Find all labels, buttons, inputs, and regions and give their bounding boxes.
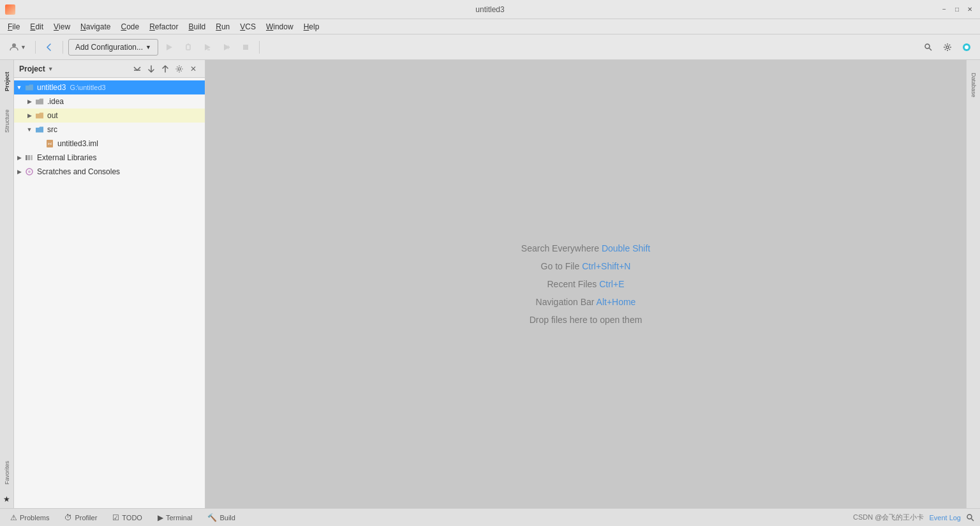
svg-rect-7 xyxy=(243,45,248,50)
tree-item-iml[interactable]: ▶ iml untitled3.iml xyxy=(14,137,205,151)
out-arrow-icon: ▶ xyxy=(24,110,34,121)
hint-goto-shortcut: Ctrl+Shift+N xyxy=(582,261,630,271)
coverage-button[interactable] xyxy=(199,39,216,56)
svg-marker-6 xyxy=(224,44,230,50)
search-status-icon[interactable] xyxy=(966,513,975,522)
status-bar-right: CSDN @会飞的王小卡 Event Log xyxy=(853,513,975,522)
menu-run[interactable]: Run xyxy=(211,20,235,34)
svg-marker-1 xyxy=(167,44,172,50)
hint-nav-shortcut: Alt+Home xyxy=(597,297,636,307)
tree-item-src[interactable]: ▼ src xyxy=(14,123,205,137)
svg-line-23 xyxy=(972,518,974,521)
svg-point-10 xyxy=(946,46,949,49)
project-panel-title: Project ▼ xyxy=(19,64,54,73)
scroll-from-source-icon xyxy=(147,64,156,73)
stop-button[interactable] xyxy=(237,39,254,56)
right-side-tabs: Database xyxy=(966,60,980,508)
event-log-link[interactable]: Event Log xyxy=(929,514,961,522)
profile-button[interactable]: ▼ xyxy=(5,39,30,56)
structure-side-tab[interactable]: Structure xyxy=(1,102,13,140)
scroll-from-source-button[interactable] xyxy=(145,63,158,75)
run-button[interactable] xyxy=(161,39,177,56)
favorites-star-icon[interactable]: ★ xyxy=(1,493,13,506)
notifications-button[interactable] xyxy=(958,39,975,56)
menu-edit[interactable]: Edit xyxy=(25,20,48,34)
scratches-icon xyxy=(24,167,34,177)
extlibs-icon xyxy=(24,153,34,163)
menu-build[interactable]: Build xyxy=(184,20,211,34)
minimize-button[interactable]: − xyxy=(939,4,949,15)
status-tab-terminal[interactable]: ▶ Terminal xyxy=(152,511,198,525)
svg-line-9 xyxy=(930,48,932,50)
svg-point-3 xyxy=(188,43,189,45)
tree-item-scratches[interactable]: ▶ Scratches and Consoles xyxy=(14,165,205,179)
extlibs-arrow-icon: ▶ xyxy=(14,153,24,163)
hint-recent-files: Recent Files Ctrl+E xyxy=(547,279,625,289)
status-bar: ⚠ Problems ⏱ Profiler ☑ TODO ▶ Terminal … xyxy=(0,508,980,526)
status-tab-todo[interactable]: ☑ TODO xyxy=(107,511,147,525)
title-bar-left xyxy=(5,4,15,15)
menu-navigate[interactable]: Navigate xyxy=(75,20,115,34)
database-side-tab[interactable]: Database xyxy=(967,63,980,107)
svg-point-0 xyxy=(12,43,16,47)
build-label: Build xyxy=(219,514,235,522)
hint-drop-files: Drop files here to open them xyxy=(530,315,642,325)
menu-vcs[interactable]: VCS xyxy=(235,20,261,34)
favorites-side-tab[interactable]: Favorites xyxy=(1,453,13,492)
menu-refactor[interactable]: Refactor xyxy=(144,20,183,34)
svg-rect-19 xyxy=(31,155,33,160)
close-button[interactable]: ✕ xyxy=(965,4,975,15)
iml-file-icon: iml xyxy=(45,139,55,149)
debug-button[interactable] xyxy=(180,39,197,56)
menu-view[interactable]: View xyxy=(48,20,75,34)
project-side-tab[interactable]: Project xyxy=(1,63,13,101)
tree-item-root[interactable]: ▼ untitled3 G:\untitled3 xyxy=(14,80,205,94)
tree-item-external-libs[interactable]: ▶ External Libraries xyxy=(14,151,205,165)
terminal-label: Terminal xyxy=(166,514,193,522)
status-tab-build[interactable]: 🔨 Build xyxy=(202,511,240,525)
project-settings-button[interactable] xyxy=(173,63,186,75)
gear-icon xyxy=(943,43,952,52)
tree-item-idea[interactable]: ▶ .idea xyxy=(14,94,205,109)
svg-point-21 xyxy=(28,170,31,173)
separator-2 xyxy=(63,41,63,54)
menu-help[interactable]: Help xyxy=(299,20,325,34)
idea-folder-icon xyxy=(34,96,45,107)
stop-icon xyxy=(241,43,250,52)
notifications-icon xyxy=(962,43,971,52)
window-title: untitled3 xyxy=(475,5,504,14)
separator-3 xyxy=(259,41,260,54)
menu-code[interactable]: Code xyxy=(115,20,144,34)
status-tab-problems[interactable]: ⚠ Problems xyxy=(5,511,54,525)
status-tab-profiler[interactable]: ⏱ Profiler xyxy=(59,511,102,525)
svg-rect-18 xyxy=(28,155,30,160)
menu-bar: File Edit View Navigate Code Refactor Bu… xyxy=(0,19,980,34)
settings-button[interactable] xyxy=(939,39,956,56)
hint-recent-shortcut: Ctrl+E xyxy=(599,279,624,289)
back-button[interactable] xyxy=(41,39,57,56)
tree-item-out[interactable]: ▶ out xyxy=(14,109,205,123)
menu-window[interactable]: Window xyxy=(261,20,299,34)
search-everywhere-button[interactable] xyxy=(920,39,937,56)
scratches-arrow-icon: ▶ xyxy=(14,167,24,177)
scroll-to-source-button[interactable] xyxy=(159,63,172,75)
more-run-button[interactable] xyxy=(218,39,235,56)
svg-point-14 xyxy=(178,68,181,70)
src-arrow-icon: ▼ xyxy=(24,124,34,135)
menu-file[interactable]: File xyxy=(3,20,25,34)
svg-text:iml: iml xyxy=(48,142,52,146)
search-icon xyxy=(924,43,933,52)
out-folder-icon xyxy=(34,110,45,121)
close-panel-button[interactable]: ✕ xyxy=(187,63,200,75)
collapse-all-icon xyxy=(133,64,142,73)
coverage-icon xyxy=(203,43,212,52)
idea-arrow-icon: ▶ xyxy=(24,96,34,107)
todo-label: TODO xyxy=(122,514,142,522)
root-label: untitled3 xyxy=(37,83,66,92)
left-side-tabs: Project Structure Favorites ★ xyxy=(0,60,14,508)
extlibs-label: External Libraries xyxy=(37,153,96,162)
close-panel-icon: ✕ xyxy=(190,64,197,73)
collapse-all-button[interactable] xyxy=(131,63,144,75)
maximize-button[interactable]: □ xyxy=(952,4,962,15)
add-configuration-button[interactable]: Add Configuration... ▼ xyxy=(68,39,158,56)
